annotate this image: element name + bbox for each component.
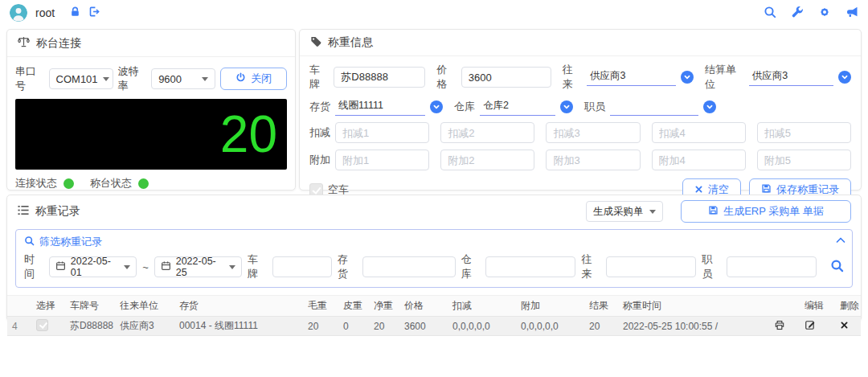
search-icon[interactable] — [764, 6, 776, 21]
price-label: 价格 — [436, 63, 456, 92]
warehouse-combobox[interactable]: 仓库2 — [480, 98, 555, 116]
addition-input-3[interactable] — [546, 150, 640, 170]
weigh-info-title: 称重信息 — [328, 35, 373, 50]
serial-port-select[interactable]: COM101 — [49, 68, 113, 89]
logout-icon[interactable] — [88, 6, 100, 20]
weigh-records-panel: 称重记录 生成采购单 生成ERP 采购单 单据 筛选称重记录 时间 2022-0… — [6, 195, 862, 322]
col-result: 结果 — [584, 299, 618, 313]
col-delete: 删除 — [835, 299, 861, 313]
connection-status-indicator — [63, 178, 74, 189]
settle-unit-label: 结算单位 — [705, 63, 744, 92]
contact-combobox[interactable]: 供应商3 — [587, 68, 676, 86]
user-avatar[interactable] — [10, 4, 27, 22]
filter-inventory-label: 存货 — [338, 252, 357, 281]
warehouse-label: 仓库 — [454, 100, 475, 114]
chevron-down-icon[interactable] — [838, 71, 851, 84]
chevron-up-icon[interactable] — [836, 234, 845, 246]
generate-order-value: 生成采购单 — [593, 205, 644, 219]
price-input[interactable] — [461, 67, 551, 88]
filter-box: 筛选称重记录 时间 2022-05-01 ~ 2022-05-25 车牌 存货 … — [15, 229, 853, 288]
row-inventory: 00014 - 线圈11111 — [174, 319, 303, 333]
filter-staff-label: 职员 — [702, 252, 721, 281]
baud-rate-value: 9600 — [158, 73, 182, 85]
filter-title-label: 筛选称重记录 — [39, 235, 102, 249]
addition-input-2[interactable] — [440, 150, 534, 170]
addition-input-1[interactable] — [335, 150, 429, 170]
row-select-checkbox[interactable] — [36, 319, 48, 331]
weigh-info-header: 称重信息 — [300, 30, 861, 56]
chevron-down-icon[interactable] — [560, 100, 573, 113]
col-addition: 附加 — [516, 299, 584, 313]
records-title: 称重记录 — [35, 204, 80, 219]
row-price: 3600 — [399, 321, 448, 332]
row-time: 2022-05-25 10:00:55 / — [618, 321, 769, 332]
chevron-down-icon[interactable] — [430, 100, 443, 113]
megaphone-icon[interactable] — [845, 6, 858, 21]
addition-input-5[interactable] — [757, 150, 851, 170]
caret-down-icon — [202, 77, 208, 81]
print-icon[interactable] — [769, 320, 800, 333]
scale-status-indicator — [138, 178, 149, 189]
close-connection-button[interactable]: 关闭 — [220, 68, 287, 90]
row-contact: 供应商3 — [115, 319, 174, 333]
col-time: 称重时间 — [618, 299, 769, 313]
edit-icon[interactable] — [800, 319, 835, 333]
scale-status-label: 称台状态 — [90, 176, 132, 191]
delete-icon[interactable] — [835, 321, 861, 332]
serial-port-label: 串口号 — [15, 64, 44, 93]
close-button-label: 关闭 — [251, 72, 272, 86]
settle-unit-combobox[interactable]: 供应商3 — [749, 68, 833, 86]
deduction-input-2[interactable] — [440, 122, 534, 143]
deduction-input-1[interactable] — [335, 122, 429, 143]
deduction-input-5[interactable] — [757, 122, 851, 143]
chevron-down-icon[interactable] — [681, 71, 694, 84]
generate-erp-button[interactable]: 生成ERP 采购单 单据 — [681, 200, 851, 223]
filter-inventory-input[interactable] — [362, 256, 456, 277]
staff-combobox[interactable] — [610, 98, 698, 116]
search-submit-icon[interactable] — [830, 259, 844, 275]
save-icon — [708, 205, 719, 218]
addition-input-4[interactable] — [652, 150, 746, 170]
row-addition: 0,0,0,0,0 — [516, 321, 584, 332]
gear-icon[interactable] — [818, 6, 831, 21]
filter-staff-input[interactable] — [727, 256, 817, 277]
power-icon — [235, 72, 246, 85]
col-contact: 往来单位 — [115, 299, 174, 313]
records-table: 选择 车牌号 往来单位 存货 毛重 皮重 净重 价格 扣减 附加 结果 称重时间… — [7, 295, 861, 336]
range-separator: ~ — [142, 261, 149, 273]
inventory-combobox[interactable]: 线圈11111 — [335, 98, 425, 116]
wrench-icon[interactable] — [791, 6, 804, 21]
plate-input[interactable] — [334, 67, 425, 88]
generate-erp-label: 生成ERP 采购单 单据 — [723, 204, 824, 219]
inventory-label: 存货 — [309, 100, 330, 114]
contact-label: 往来 — [563, 63, 582, 92]
username: root — [35, 6, 55, 19]
deduction-input-3[interactable] — [546, 122, 640, 143]
filter-title[interactable]: 筛选称重记录 — [24, 233, 844, 252]
calendar-icon — [161, 260, 171, 273]
filter-warehouse-input[interactable] — [485, 256, 575, 277]
caret-down-icon — [103, 77, 109, 81]
chevron-down-icon[interactable] — [703, 100, 716, 113]
filter-warehouse-label: 仓库 — [461, 252, 481, 281]
deduction-label: 扣减 — [309, 125, 330, 140]
lock-icon[interactable] — [69, 6, 81, 20]
generate-order-select[interactable]: 生成采购单 — [586, 201, 663, 222]
caret-down-icon — [649, 210, 656, 214]
weight-display: 20 — [15, 99, 287, 170]
deduction-input-4[interactable] — [652, 122, 746, 143]
row-gross: 20 — [303, 321, 338, 332]
date-to-picker[interactable]: 2022-05-25 — [154, 256, 242, 277]
col-net: 净重 — [369, 299, 399, 313]
plate-label: 车牌 — [309, 63, 329, 92]
col-deduction: 扣减 — [448, 299, 516, 313]
date-to-value: 2022-05-25 — [176, 256, 224, 278]
connection-status-label: 连接状态 — [15, 176, 57, 191]
search-icon — [24, 236, 35, 248]
filter-contact-input[interactable] — [606, 256, 696, 277]
filter-plate-input[interactable] — [272, 256, 332, 277]
baud-rate-select[interactable]: 9600 — [151, 68, 215, 89]
weigh-info-panel: 称重信息 车牌 价格 往来 供应商3 结算单位 供应商3 存货 线圈11111 … — [299, 29, 862, 191]
date-from-picker[interactable]: 2022-05-01 — [49, 256, 137, 277]
filter-contact-label: 往来 — [581, 252, 600, 281]
